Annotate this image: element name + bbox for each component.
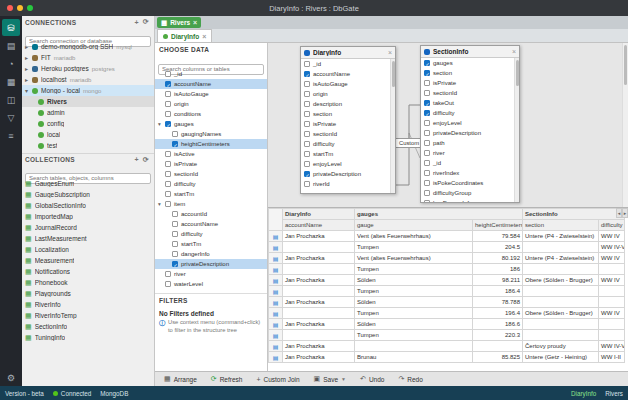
collection-item[interactable]: ▦Playgrounds <box>22 288 154 299</box>
cell[interactable] <box>599 297 625 308</box>
table-scrollbar[interactable] <box>390 59 395 193</box>
tree-item[interactable]: gaugingNames <box>155 129 267 139</box>
redo-button[interactable]: ↷Redo <box>392 373 428 385</box>
tree-item[interactable]: sectionId <box>155 169 267 179</box>
cell[interactable]: WW I-II <box>599 352 625 363</box>
expander-icon[interactable]: ▸ <box>25 65 32 72</box>
field-checkbox[interactable] <box>304 181 310 187</box>
cell[interactable]: Untere (P4 - Zwieselstein) <box>523 253 599 264</box>
field-checkbox[interactable] <box>424 160 430 166</box>
tab-group-rivers[interactable]: ▦ Rivers × <box>157 17 201 28</box>
cell[interactable]: 220.3 <box>473 330 523 341</box>
field-row[interactable]: takeOut <box>421 98 519 108</box>
row-gutter[interactable]: ▤ <box>269 330 283 341</box>
tree-item[interactable]: privateDescription <box>155 259 267 269</box>
tree-item[interactable]: difficulty <box>155 179 267 189</box>
close-window-button[interactable] <box>7 5 13 11</box>
field-checkbox[interactable] <box>304 71 310 77</box>
checkbox[interactable] <box>165 71 171 77</box>
cells-icon[interactable]: ≡ <box>2 127 20 144</box>
checkbox[interactable] <box>165 171 171 177</box>
designer-canvas[interactable]: Custom DiaryInfo×_idaccountNameisAutoGau… <box>268 43 628 208</box>
field-row[interactable]: difficultyGroup <box>421 188 519 198</box>
collection-item[interactable]: ▦Phonebook <box>22 277 154 288</box>
cell[interactable]: WW IV <box>599 253 625 264</box>
cell[interactable]: Tumpen <box>355 242 473 253</box>
field-checkbox[interactable] <box>424 60 430 66</box>
tree-item[interactable]: isActive <box>155 149 267 159</box>
row-gutter[interactable]: ▤ <box>269 286 283 297</box>
server-status[interactable]: MongoDB <box>100 390 128 397</box>
field-checkbox[interactable] <box>424 80 430 86</box>
archive-icon[interactable]: ▦ <box>2 73 20 90</box>
cell[interactable] <box>283 286 355 297</box>
database-item[interactable]: config <box>22 118 154 129</box>
tree-item[interactable]: _id <box>155 69 267 79</box>
tree-item[interactable]: accountName <box>155 79 267 89</box>
connection-item[interactable]: ▾Mongo - localmongo <box>22 85 154 96</box>
field-row[interactable]: enjoyLevel <box>421 118 519 128</box>
checkbox[interactable] <box>165 161 171 167</box>
tree-item[interactable]: waterLevel <box>155 279 267 289</box>
database-item[interactable]: admin <box>22 107 154 118</box>
checkbox[interactable] <box>172 241 178 247</box>
field-row[interactable]: origin <box>301 89 395 99</box>
active-db-status[interactable]: Rivers <box>605 390 623 397</box>
field-checkbox[interactable] <box>424 90 430 96</box>
field-row[interactable]: riverIndex <box>421 168 519 178</box>
save-button[interactable]: ▣Save▼ <box>308 373 352 385</box>
cell[interactable] <box>523 330 599 341</box>
checkbox[interactable] <box>165 151 171 157</box>
checkbox[interactable] <box>172 221 178 227</box>
table-row[interactable]: ▤Jan ProchazkaSölden186.6 <box>269 319 625 330</box>
collection-item[interactable]: ▦GaugeSubscription <box>22 189 154 200</box>
expander-icon[interactable]: ▾ <box>158 201 165 207</box>
column-header[interactable]: gauge <box>355 220 473 231</box>
maximize-window-button[interactable] <box>27 5 33 11</box>
database-item[interactable]: test <box>22 140 154 151</box>
table-row[interactable]: ▤Tumpen220.3 <box>269 330 625 341</box>
table-row[interactable]: ▤Jan ProchazkaVent (altes Feuerwehrhaus)… <box>269 231 625 242</box>
field-checkbox[interactable] <box>424 200 430 203</box>
cell[interactable]: Untere (P4 - Zwieselstein) <box>523 231 599 242</box>
cell[interactable] <box>283 242 355 253</box>
tree-item[interactable]: conditions <box>155 109 267 119</box>
field-checkbox[interactable] <box>304 131 310 137</box>
field-checkbox[interactable] <box>304 121 310 127</box>
cell[interactable]: WW IV <box>599 275 625 286</box>
cell[interactable]: WW IV-V <box>599 341 625 352</box>
table-row[interactable]: ▤Jan ProchazkaSölden78.788 <box>269 297 625 308</box>
cell[interactable] <box>523 264 599 275</box>
field-row[interactable]: hasDangerInfo <box>421 198 519 203</box>
cell[interactable]: 204.5 <box>473 242 523 253</box>
tree-item[interactable]: isPrivate <box>155 159 267 169</box>
files-icon[interactable]: ▤ <box>2 37 20 54</box>
field-row[interactable]: isPokeCoordinates <box>421 178 519 188</box>
collection-item[interactable]: ▦LastMeasurement <box>22 233 154 244</box>
checkbox[interactable] <box>165 191 171 197</box>
arrange-button[interactable]: ▦Arrange <box>158 373 203 385</box>
row-gutter[interactable]: ▤ <box>269 242 283 253</box>
field-row[interactable]: difficulty <box>301 139 395 149</box>
table-row[interactable]: ▤Jan ProchazkaVent (altes Feuerwehrhaus)… <box>269 253 625 264</box>
connection-item[interactable]: ▸demo-mongodb-org SSHmysql <box>22 41 154 52</box>
cell[interactable]: Tumpen <box>355 264 473 275</box>
collection-item[interactable]: ▦RiverInfo <box>22 299 154 310</box>
collection-item[interactable]: ▦ImportedMap <box>22 211 154 222</box>
cell[interactable]: Jan Prochazka <box>283 352 355 363</box>
cell[interactable]: 186 <box>473 264 523 275</box>
checkbox[interactable] <box>165 91 171 97</box>
cell[interactable] <box>599 319 625 330</box>
connection-item[interactable]: ▸localhostmariadb <box>22 74 154 85</box>
filter-icon[interactable]: ▽ <box>2 109 20 126</box>
tree-item[interactable]: ▾gauges <box>155 119 267 129</box>
row-gutter[interactable]: ▤ <box>269 253 283 264</box>
row-gutter[interactable]: ▤ <box>269 297 283 308</box>
table-row[interactable]: ▤Tumpen196.4Obere (Sölden - Brugger)WW I… <box>269 308 625 319</box>
cell[interactable]: Brunau <box>355 352 473 363</box>
checkbox[interactable] <box>165 101 171 107</box>
cell[interactable]: 98.211 <box>473 275 523 286</box>
cell[interactable] <box>599 286 625 297</box>
designer-table-diaryinfo[interactable]: DiaryInfo×_idaccountNameisAutoGaugeorigi… <box>300 46 396 194</box>
table-row[interactable]: ▤Tumpen204.5WW IV-V <box>269 242 625 253</box>
